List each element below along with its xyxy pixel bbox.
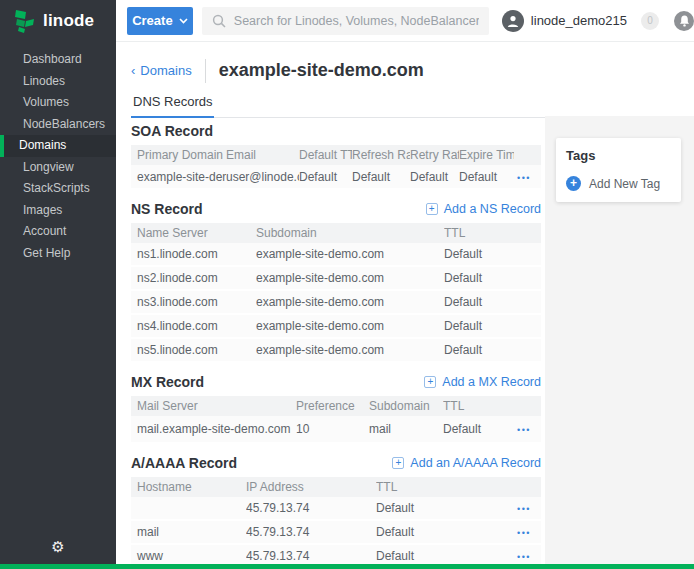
- sidebar-item-domains[interactable]: Domains: [0, 135, 116, 157]
- search-icon: [212, 14, 226, 28]
- settings-gear-icon[interactable]: ⚙: [0, 538, 116, 556]
- breadcrumb-back-label: Domains: [140, 63, 191, 78]
- column-header: Mail Server: [131, 399, 296, 413]
- ns-name-server: ns4.linode.com: [131, 319, 256, 333]
- a-ttl: Default: [376, 549, 491, 563]
- a-ip-address: 45.79.13.74: [246, 525, 376, 539]
- a-ip-address: 45.79.13.74: [246, 501, 376, 515]
- add-mx-record-button[interactable]: + Add a MX Record: [424, 375, 541, 389]
- row-actions-menu-icon[interactable]: •••: [517, 504, 531, 514]
- page-title: example-site-demo.com: [219, 60, 424, 81]
- soa-refresh-rate: Default: [352, 170, 410, 184]
- soa-section-title: SOA Record: [131, 123, 213, 139]
- a-ttl: Default: [376, 501, 491, 515]
- a-hostname: www: [131, 549, 246, 563]
- table-row: ns4.linode.com example-site-demo.com Def…: [131, 315, 541, 339]
- soa-table: Primary Domain Email Default TTL Refresh…: [131, 145, 541, 190]
- sidebar-item-account[interactable]: Account: [0, 221, 116, 243]
- chevron-down-icon: [179, 18, 188, 24]
- tab-bar: DNS Records: [131, 88, 681, 118]
- row-actions-menu-icon[interactable]: •••: [517, 528, 531, 538]
- notifications-bell-button[interactable]: [674, 11, 694, 31]
- plus-square-icon: +: [426, 203, 438, 215]
- sidebar-item-dashboard[interactable]: Dashboard: [0, 49, 116, 71]
- ns-section-header: NS Record + Add a NS Record: [131, 201, 541, 217]
- sidebar-item-nodebalancers[interactable]: NodeBalancers: [0, 114, 116, 136]
- table-row: mail 45.79.13.74 Default •••: [131, 521, 541, 545]
- add-mx-record-label: Add a MX Record: [442, 375, 541, 389]
- a-table-header: Hostname IP Address TTL: [131, 477, 541, 497]
- search-input[interactable]: [234, 14, 479, 28]
- add-ns-record-button[interactable]: + Add a NS Record: [426, 202, 541, 216]
- user-icon: [506, 14, 520, 28]
- sidebar-item-images[interactable]: Images: [0, 200, 116, 222]
- add-a-record-button[interactable]: + Add an A/AAAA Record: [392, 456, 541, 470]
- avatar[interactable]: [502, 10, 524, 32]
- table-row: 45.79.13.74 Default •••: [131, 497, 541, 521]
- row-actions-menu-icon[interactable]: •••: [517, 552, 531, 562]
- ns-subdomain: example-site-demo.com: [256, 295, 444, 309]
- a-ip-address: 45.79.13.74: [246, 549, 376, 563]
- ns-name-server: ns1.linode.com: [131, 247, 256, 261]
- soa-table-header: Primary Domain Email Default TTL Refresh…: [131, 145, 541, 165]
- breadcrumb-back-link[interactable]: ‹ Domains: [131, 63, 192, 78]
- sidebar-item-volumes[interactable]: Volumes: [0, 92, 116, 114]
- column-header: Preference: [296, 399, 369, 413]
- ns-ttl: Default: [444, 271, 541, 285]
- sidebar-item-get-help[interactable]: Get Help: [0, 243, 116, 265]
- column-header: Primary Domain: [131, 148, 226, 162]
- soa-default-ttl: Default: [299, 170, 352, 184]
- ns-subdomain: example-site-demo.com: [256, 271, 444, 285]
- ns-ttl: Default: [444, 343, 541, 357]
- global-search: [202, 7, 489, 35]
- mx-subdomain: mail: [369, 422, 443, 436]
- ns-subdomain: example-site-demo.com: [256, 319, 444, 333]
- sidebar-item-linodes[interactable]: Linodes: [0, 71, 116, 93]
- create-button[interactable]: Create: [127, 7, 193, 35]
- sidebar-item-stackscripts[interactable]: StackScripts: [0, 178, 116, 200]
- main-content: ‹ Domains example-site-demo.com DNS Reco…: [116, 42, 694, 564]
- add-new-tag-label: Add New Tag: [589, 177, 660, 191]
- sidebar-nav: Dashboard Linodes Volumes NodeBalancers …: [0, 49, 116, 264]
- user-area: linode_demo215 0: [502, 10, 694, 32]
- add-a-record-label: Add an A/AAAA Record: [410, 456, 541, 470]
- ns-subdomain: example-site-demo.com: [256, 343, 444, 357]
- plus-square-icon: +: [392, 457, 404, 469]
- add-new-tag-button[interactable]: + Add New Tag: [566, 176, 671, 191]
- tab-dns-records[interactable]: DNS Records: [131, 88, 214, 118]
- mx-section-title: MX Record: [131, 374, 204, 390]
- row-actions-menu-icon[interactable]: •••: [517, 425, 531, 435]
- column-header: Default TTL: [299, 148, 352, 162]
- bell-icon: [679, 15, 690, 27]
- a-hostname: mail: [131, 525, 246, 539]
- mx-table-header: Mail Server Preference Subdomain TTL: [131, 396, 541, 416]
- mx-section-header: MX Record + Add a MX Record: [131, 374, 541, 390]
- linode-logo[interactable]: linode: [0, 0, 116, 43]
- ns-ttl: Default: [444, 295, 541, 309]
- a-ttl: Default: [376, 525, 491, 539]
- breadcrumb: ‹ Domains example-site-demo.com: [116, 42, 694, 84]
- table-row: mail.example-site-demo.com 10 mail Defau…: [131, 416, 541, 444]
- back-chevron-icon: ‹: [131, 63, 135, 78]
- table-row: ns1.linode.com example-site-demo.com Def…: [131, 243, 541, 267]
- logo-text: linode: [43, 11, 94, 31]
- column-header: Name Server: [131, 226, 256, 240]
- sidebar-item-longview[interactable]: Longview: [0, 157, 116, 179]
- linode-logo-icon: [14, 9, 36, 33]
- soa-retry-rate: Default: [410, 170, 459, 184]
- soa-primary-domain: example-site-demo.com: [131, 170, 226, 184]
- sidebar: linode Dashboard Linodes Volumes NodeBal…: [0, 0, 116, 564]
- bottom-accent-bar: [0, 564, 694, 569]
- notification-count-badge[interactable]: 0: [641, 12, 659, 30]
- table-row: ns2.linode.com example-site-demo.com Def…: [131, 267, 541, 291]
- username[interactable]: linode_demo215: [531, 13, 627, 28]
- a-section-header: A/AAAA Record + Add an A/AAAA Record: [131, 455, 541, 471]
- ns-subdomain: example-site-demo.com: [256, 247, 444, 261]
- breadcrumb-divider: [205, 59, 206, 83]
- a-section-title: A/AAAA Record: [131, 455, 237, 471]
- row-actions-menu-icon[interactable]: •••: [517, 173, 531, 183]
- mx-preference: 10: [296, 422, 369, 436]
- column-header: Expire Time: [459, 148, 514, 162]
- dns-records-panel: SOA Record Primary Domain Email Default …: [131, 116, 541, 569]
- ns-name-server: ns3.linode.com: [131, 295, 256, 309]
